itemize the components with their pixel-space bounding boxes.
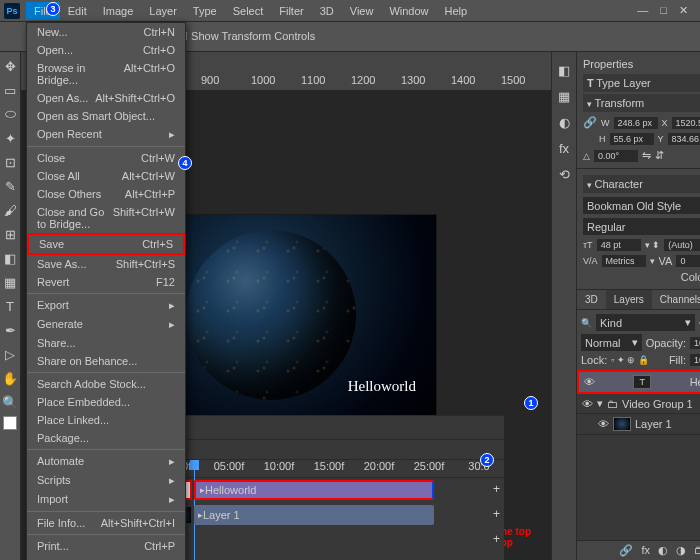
- brush-tool-icon[interactable]: 🖌: [0, 200, 20, 220]
- kerning-select[interactable]: Metrics: [602, 255, 646, 267]
- type-tool-icon[interactable]: T: [0, 296, 20, 316]
- add-audio-icon[interactable]: +: [493, 532, 500, 546]
- maximize-icon[interactable]: □: [660, 4, 667, 17]
- menu-item-scripts[interactable]: Scripts▸: [27, 471, 185, 490]
- menu-help[interactable]: Help: [437, 2, 476, 20]
- mask-icon[interactable]: ◐: [658, 544, 668, 557]
- tab-channels[interactable]: Channels: [652, 290, 700, 309]
- history-panel-icon[interactable]: ⟲: [554, 164, 574, 184]
- hand-tool-icon[interactable]: ✋: [0, 368, 20, 388]
- height-input[interactable]: 55.6 px: [610, 133, 654, 145]
- font-family-select[interactable]: Bookman Old Style▾: [583, 197, 700, 214]
- path-tool-icon[interactable]: ▷: [0, 344, 20, 364]
- menu-item-new-[interactable]: New...Ctrl+N: [27, 23, 185, 41]
- link-layers-icon[interactable]: 🔗: [619, 544, 633, 557]
- timeline-tracks[interactable]: 0:00f05:00f10:00f15:00f20:00f25:00f30:0 …: [154, 460, 504, 560]
- styles-panel-icon[interactable]: fx: [554, 138, 574, 158]
- menu-edit[interactable]: Edit: [60, 2, 95, 20]
- menu-window[interactable]: Window: [381, 2, 436, 20]
- fill-input[interactable]: 100%: [690, 354, 700, 366]
- visibility-icon[interactable]: 👁: [597, 418, 609, 430]
- zoom-tool-icon[interactable]: 🔍: [0, 392, 20, 412]
- menu-image[interactable]: Image: [95, 2, 142, 20]
- group-icon[interactable]: 🗀: [694, 544, 700, 557]
- flip-h-icon[interactable]: ⇋: [642, 149, 651, 162]
- clip-helloworld[interactable]: ▸ Helloworld: [194, 480, 434, 500]
- leading-input[interactable]: (Auto): [664, 239, 700, 251]
- foreground-color-icon[interactable]: [3, 416, 17, 430]
- minimize-icon[interactable]: —: [637, 4, 648, 17]
- menu-item-save[interactable]: SaveCtrl+S: [27, 233, 185, 255]
- menu-item-place-embedded-[interactable]: Place Embedded...: [27, 393, 185, 411]
- marquee-tool-icon[interactable]: ▭: [0, 80, 20, 100]
- menu-item-import[interactable]: Import▸: [27, 490, 185, 509]
- font-size-input[interactable]: 48 pt: [597, 239, 641, 251]
- eraser-tool-icon[interactable]: ◧: [0, 248, 20, 268]
- menu-item-close[interactable]: CloseCtrl+W: [27, 149, 185, 167]
- tab-3d[interactable]: 3D: [577, 290, 606, 309]
- flip-v-icon[interactable]: ⇵: [655, 149, 664, 162]
- menu-item-revert[interactable]: RevertF12: [27, 273, 185, 291]
- menu-item-export[interactable]: Export▸: [27, 296, 185, 315]
- timeline-ruler[interactable]: 0:00f05:00f10:00f15:00f20:00f25:00f30:0: [154, 460, 504, 478]
- visibility-icon[interactable]: 👁: [581, 398, 593, 410]
- adjustments-panel-icon[interactable]: ◐: [554, 112, 574, 132]
- y-input[interactable]: 834.66 px: [668, 133, 700, 145]
- menu-3d[interactable]: 3D: [312, 2, 342, 20]
- menu-item-search-adobe-stock-[interactable]: Search Adobe Stock...: [27, 375, 185, 393]
- menu-item-open-as-smart-object-[interactable]: Open as Smart Object...: [27, 107, 185, 125]
- swatches-panel-icon[interactable]: ▦: [554, 86, 574, 106]
- layer-video-group[interactable]: 👁 ▾ 🗀 Video Group 1: [577, 394, 700, 414]
- menu-item-open-[interactable]: Open...Ctrl+O: [27, 41, 185, 59]
- menu-item-close-all[interactable]: Close AllAlt+Ctrl+W: [27, 167, 185, 185]
- color-panel-icon[interactable]: ◧: [554, 60, 574, 80]
- layer-layer1[interactable]: 👁 Layer 1: [577, 414, 700, 435]
- lasso-tool-icon[interactable]: ⬭: [0, 104, 20, 124]
- add-media-icon[interactable]: +: [493, 482, 500, 496]
- close-icon[interactable]: ✕: [679, 4, 688, 17]
- menu-filter[interactable]: Filter: [271, 2, 311, 20]
- menu-item-save-as-[interactable]: Save As...Shift+Ctrl+S: [27, 255, 185, 273]
- add-media-icon[interactable]: +: [493, 507, 500, 521]
- menu-item-share-on-behance-[interactable]: Share on Behance...: [27, 352, 185, 370]
- wand-tool-icon[interactable]: ✦: [0, 128, 20, 148]
- adjustment-icon[interactable]: ◑: [676, 544, 686, 557]
- layer-helloworld[interactable]: 👁 T Helloworld: [577, 370, 700, 394]
- clip-layer1[interactable]: ▸ Layer 1: [194, 505, 434, 525]
- tab-layers[interactable]: Layers: [606, 290, 652, 309]
- stamp-tool-icon[interactable]: ⊞: [0, 224, 20, 244]
- menu-item-file-info-[interactable]: File Info...Alt+Shift+Ctrl+I: [27, 514, 185, 532]
- width-input[interactable]: 248.6 px: [614, 117, 658, 129]
- menu-item-print-[interactable]: Print...Ctrl+P: [27, 537, 185, 555]
- pen-tool-icon[interactable]: ✒: [0, 320, 20, 340]
- opacity-input[interactable]: 100%: [690, 337, 700, 349]
- gradient-tool-icon[interactable]: ▦: [0, 272, 20, 292]
- menu-item-package-[interactable]: Package...: [27, 429, 185, 447]
- tracking-input[interactable]: 0: [676, 255, 700, 267]
- menu-item-close-and-go-to-bridge-[interactable]: Close and Go to Bridge...Shift+Ctrl+W: [27, 203, 185, 233]
- font-style-select[interactable]: Regular▾: [583, 218, 700, 235]
- eyedropper-tool-icon[interactable]: ✎: [0, 176, 20, 196]
- menu-item-automate[interactable]: Automate▸: [27, 452, 185, 471]
- menu-view[interactable]: View: [342, 2, 382, 20]
- layer-filter-select[interactable]: Kind▾: [596, 314, 695, 331]
- x-input[interactable]: 1520.5 px: [672, 117, 700, 129]
- menu-item-close-others[interactable]: Close OthersAlt+Ctrl+P: [27, 185, 185, 203]
- crop-tool-icon[interactable]: ⊡: [0, 152, 20, 172]
- menu-layer[interactable]: Layer: [141, 2, 185, 20]
- menu-type[interactable]: Type: [185, 2, 225, 20]
- move-tool-icon[interactable]: ✥: [0, 56, 20, 76]
- menu-item-open-recent[interactable]: Open Recent▸: [27, 125, 185, 144]
- menu-item-open-as-[interactable]: Open As...Alt+Shift+Ctrl+O: [27, 89, 185, 107]
- link-icon[interactable]: 🔗: [583, 116, 597, 129]
- fx-icon[interactable]: fx: [641, 544, 650, 557]
- menu-select[interactable]: Select: [225, 2, 272, 20]
- transform-controls-checkbox[interactable]: ☐ Show Transform Controls: [178, 30, 315, 43]
- angle-input[interactable]: 0.00°: [594, 150, 638, 162]
- folder-collapse-icon[interactable]: ▾: [597, 397, 603, 410]
- menu-item-share-[interactable]: Share...: [27, 334, 185, 352]
- menu-item-print-one-copy[interactable]: Print One CopyAlt+Shift+Ctrl+P: [27, 555, 185, 560]
- text-layer-helloworld[interactable]: Helloworld: [348, 378, 416, 395]
- menu-item-browse-in-bridge-[interactable]: Browse in Bridge...Alt+Ctrl+O: [27, 59, 185, 89]
- blend-mode-select[interactable]: Normal▾: [581, 334, 642, 351]
